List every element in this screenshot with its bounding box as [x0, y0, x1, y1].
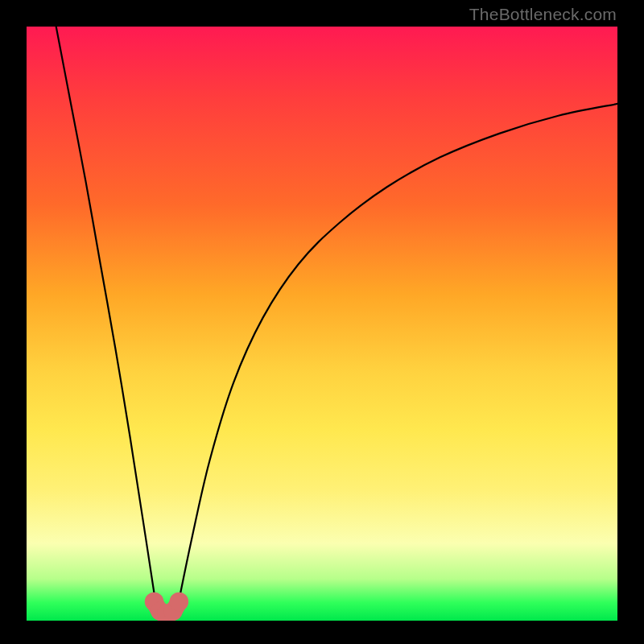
- trough-marker-dot: [170, 592, 188, 611]
- curve-right-branch: [177, 104, 617, 609]
- outer-frame: TheBottleneck.com: [0, 0, 644, 644]
- plot-area: [27, 27, 617, 621]
- bottleneck-curve: [27, 27, 617, 621]
- curve-left-branch: [56, 27, 157, 609]
- watermark-text: TheBottleneck.com: [469, 5, 617, 24]
